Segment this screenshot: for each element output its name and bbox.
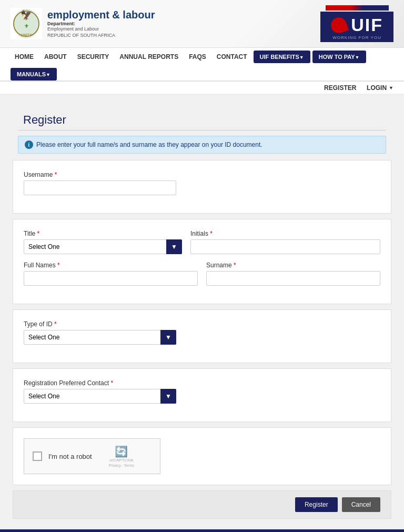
info-icon: i [25, 140, 33, 149]
logo-text: employment & labour Department: Employme… [47, 9, 155, 38]
initials-label: Initials * [190, 230, 380, 237]
header: 🦅 ⚜ UNITY employment & labour Department… [0, 0, 404, 48]
full-names-label: Full Names * [24, 262, 198, 269]
captcha-logo: 🔄 reCAPTCHA Privacy - Terms [109, 445, 134, 467]
captcha-links: Privacy - Terms [109, 464, 134, 467]
username-input[interactable] [24, 180, 176, 195]
nav-home[interactable]: HOME [11, 48, 38, 66]
uif-logo: UIF WORKING FOR YOU [320, 5, 393, 42]
register-link[interactable]: REGISTER [324, 84, 356, 92]
uif-label: UIF [351, 15, 383, 35]
login-link[interactable]: LOGIN [367, 84, 393, 92]
action-section: Register Cancel [13, 490, 391, 519]
nav-uif-benefits[interactable]: UIF BENEFITS [254, 51, 310, 63]
username-label: Username * [24, 171, 380, 178]
contact-pref-label: Registration Preferred Contact * [24, 379, 380, 387]
contact-pref-select[interactable]: Select One Email SMS [24, 389, 176, 404]
nav-how-to-pay[interactable]: HOW TO PAY [312, 51, 366, 63]
captcha-checkbox[interactable] [33, 451, 42, 461]
nav-contact[interactable]: CONTACT [213, 48, 251, 66]
initials-group: Initials * [190, 230, 380, 254]
initials-input[interactable] [190, 239, 380, 254]
title-select[interactable]: Select One Mr Mrs Ms Dr Prof [24, 239, 182, 254]
title-label: Title * [24, 230, 182, 237]
name-section: Title * Select One Mr Mrs Ms Dr Prof ▼ [13, 219, 391, 304]
logo-title: employment & labour [47, 9, 155, 21]
contact-pref-select-wrap: Select One Email SMS ▼ [24, 389, 176, 404]
username-group: Username * [24, 171, 380, 195]
title-group: Title * Select One Mr Mrs Ms Dr Prof ▼ [24, 230, 182, 254]
surname-label: Surname * [206, 262, 380, 269]
title-initials-row: Title * Select One Mr Mrs Ms Dr Prof ▼ [24, 230, 380, 262]
username-section: Username * [13, 160, 391, 214]
nav-about[interactable]: ABOUT [40, 48, 71, 66]
info-message-text: Please enter your full name/s and surnam… [36, 141, 262, 148]
title-select-wrap: Select One Mr Mrs Ms Dr Prof ▼ [24, 239, 182, 254]
full-names-input[interactable] [24, 271, 198, 286]
id-type-select[interactable]: Select One RSA ID Passport Asylum Seeker… [24, 330, 176, 345]
title-divider [18, 130, 386, 131]
names-surname-row: Full Names * Surname * [24, 262, 380, 293]
auth-row: REGISTER LOGIN [0, 82, 404, 94]
main-nav: HOME ABOUT SECURITY ANNUAL REPORTS FAQS … [0, 48, 404, 82]
logo-sub1: Employment and Labour [47, 26, 155, 33]
logo-sub2: REPUBLIC OF SOUTH AFRICA [47, 33, 155, 39]
cancel-button[interactable]: Cancel [342, 497, 380, 512]
svg-text:UNITY: UNITY [21, 33, 32, 37]
contact-section: Registration Preferred Contact * Select … [13, 368, 391, 422]
nav-faqs[interactable]: FAQS [185, 48, 210, 66]
id-type-label: Type of ID * [24, 320, 380, 328]
nav-manuals[interactable]: MANUALS [11, 68, 57, 81]
id-type-section: Type of ID * Select One RSA ID Passport … [13, 309, 391, 363]
surname-group: Surname * [206, 262, 380, 286]
logo-dept: Department: [47, 21, 155, 26]
info-message-bar: i Please enter your full name/s and surn… [18, 136, 386, 154]
uif-stripe [326, 5, 389, 11]
register-header-area: Register i Please enter your full name/s… [13, 105, 391, 154]
contact-pref-group: Registration Preferred Contact * Select … [24, 379, 380, 404]
logo-area: 🦅 ⚜ UNITY employment & labour Department… [11, 8, 155, 39]
nav-annual-reports[interactable]: ANNUAL REPORTS [115, 48, 183, 66]
id-type-select-wrap: Select One RSA ID Passport Asylum Seeker… [24, 330, 176, 345]
svg-text:⚜: ⚜ [24, 23, 28, 29]
register-button[interactable]: Register [295, 497, 338, 512]
recaptcha-icon: 🔄 [115, 445, 128, 458]
uif-badge-wrap: UIF WORKING FOR YOU [320, 5, 393, 42]
uif-sub-label: WORKING FOR YOU [331, 35, 383, 40]
captcha-section: I'm not a robot 🔄 reCAPTCHA Privacy - Te… [13, 427, 391, 485]
uif-text-box: UIF WORKING FOR YOU [320, 12, 393, 42]
main-content: Register i Please enter your full name/s… [13, 105, 391, 519]
nav-security[interactable]: SECURITY [73, 48, 114, 66]
captcha-label: I'm not a robot [48, 453, 92, 460]
surname-input[interactable] [206, 271, 380, 286]
uif-eye-icon [329, 15, 349, 35]
captcha-box: I'm not a robot 🔄 reCAPTCHA Privacy - Te… [24, 438, 160, 474]
full-names-group: Full Names * [24, 262, 198, 286]
emblem-icon: 🦅 ⚜ UNITY [11, 8, 42, 39]
footer: Quick Links › uFiling Home › Department … [0, 529, 404, 532]
captcha-brand-label: reCAPTCHA [109, 458, 133, 463]
page-title: Register [18, 113, 386, 127]
id-type-group: Type of ID * Select One RSA ID Passport … [24, 320, 380, 345]
